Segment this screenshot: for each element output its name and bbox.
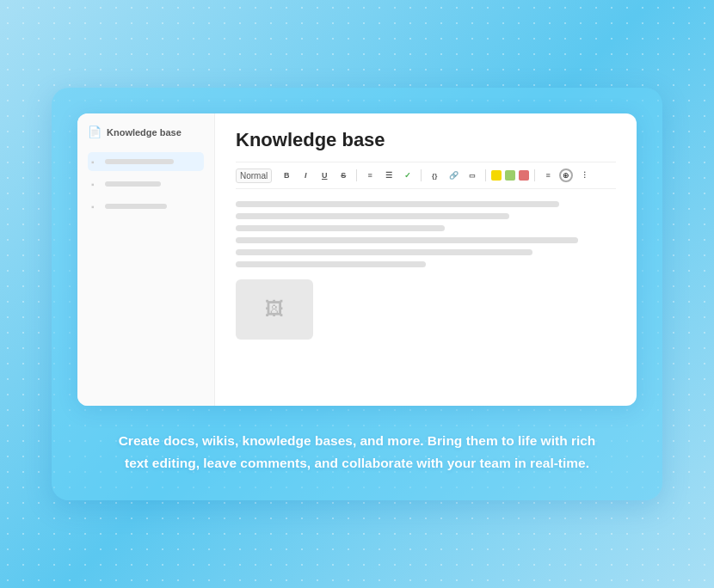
editor-toolbar: Normal B I U S ≡ ☰ ✓ {} 🔗 ▭ ≡ ⊕ [236, 162, 616, 189]
image-placeholder: 🖼 [236, 279, 313, 340]
sidebar-item-line-1 [105, 159, 174, 164]
toolbar-divider-1 [356, 169, 357, 181]
content-line-5 [236, 249, 532, 255]
sidebar-doc-icon-2: ▪ [91, 180, 100, 188]
strikethrough-button[interactable]: S [335, 168, 351, 183]
card-container: 📄 Knowledge base ▪ ▪ ▪ Knowledge base No… [52, 88, 662, 499]
content-line-3 [236, 225, 445, 231]
bold-button[interactable]: B [279, 168, 294, 183]
content-line-1 [236, 201, 559, 207]
link-button[interactable]: 🔗 [446, 168, 461, 183]
table-button[interactable]: ▭ [465, 168, 480, 183]
sidebar-header: 📄 Knowledge base [88, 126, 204, 138]
sidebar-item-line-2 [105, 181, 161, 187]
sidebar-item-1[interactable]: ▪ [88, 152, 204, 171]
color-red[interactable] [519, 170, 529, 181]
toolbar-divider-2 [421, 169, 422, 181]
description-text: Create docs, wikis, knowledge bases, and… [108, 430, 606, 474]
sidebar: 📄 Knowledge base ▪ ▪ ▪ [77, 113, 215, 406]
content-line-2 [236, 213, 509, 219]
toolbar-divider-3 [485, 169, 486, 181]
content-lines [236, 201, 616, 267]
image-icon: 🖼 [265, 298, 284, 321]
app-window: 📄 Knowledge base ▪ ▪ ▪ Knowledge base No… [77, 113, 637, 406]
check-button[interactable]: ✓ [400, 168, 415, 183]
sidebar-item-2[interactable]: ▪ [88, 175, 204, 193]
unordered-list-button[interactable]: ☰ [381, 168, 397, 183]
italic-button[interactable]: I [298, 168, 313, 183]
sidebar-item-line-3 [105, 204, 167, 209]
color-green[interactable] [505, 170, 515, 181]
sidebar-doc-icon: 📄 [88, 126, 102, 138]
sidebar-doc-icon-3: ▪ [91, 202, 100, 211]
content-line-4 [236, 237, 578, 243]
emoji-button[interactable]: ⊕ [559, 168, 573, 182]
main-content: Knowledge base Normal B I U S ≡ ☰ ✓ {} 🔗… [215, 113, 637, 406]
doc-title: Knowledge base [236, 129, 616, 151]
ordered-list-button[interactable]: ≡ [362, 168, 378, 183]
style-select[interactable]: Normal [236, 168, 272, 183]
code-button[interactable]: {} [427, 168, 442, 183]
more-options-button[interactable]: ⋮ [576, 168, 592, 183]
toolbar-divider-4 [534, 169, 535, 181]
sidebar-item-3[interactable]: ▪ [88, 197, 204, 216]
color-yellow[interactable] [491, 170, 502, 181]
underline-button[interactable]: U [317, 168, 332, 183]
align-button[interactable]: ≡ [540, 168, 556, 183]
sidebar-doc-icon-1: ▪ [91, 157, 100, 166]
sidebar-title: Knowledge base [107, 127, 182, 138]
content-line-6 [236, 261, 426, 267]
